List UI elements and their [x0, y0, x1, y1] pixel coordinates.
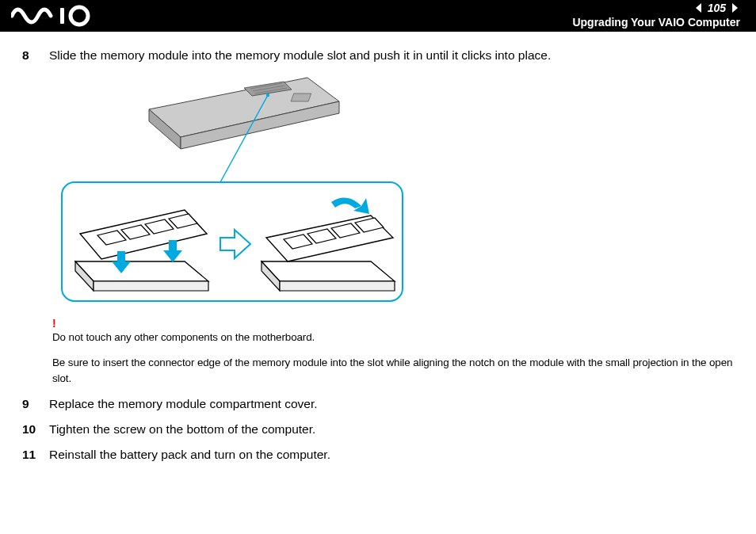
vaio-logo-icon: [11, 5, 98, 30]
step-text: Replace the memory module compartment co…: [49, 395, 318, 414]
step-text: Reinstall the battery pack and turn on t…: [49, 445, 330, 464]
warning-block: ! Do not touch any other components on t…: [52, 317, 734, 387]
memory-install-illustration: [54, 71, 734, 312]
warning-text: Do not touch any other components on the…: [52, 330, 734, 345]
svg-rect-5: [291, 93, 311, 101]
step-8: 8 Slide the memory module into the memor…: [22, 46, 734, 65]
step-number: 11: [22, 445, 40, 464]
step-number: 10: [22, 420, 40, 439]
svg-rect-0: [60, 8, 64, 24]
warning-icon: !: [52, 317, 734, 330]
note-text: Be sure to insert the connector edge of …: [52, 355, 734, 387]
step-9: 9 Replace the memory module compartment …: [22, 395, 734, 414]
section-title: Upgrading Your VAIO Computer: [572, 16, 740, 29]
step-number: 8: [22, 46, 40, 65]
page-content: 8 Slide the memory module into the memor…: [0, 32, 756, 464]
page-header: 105 Upgrading Your VAIO Computer: [0, 0, 756, 32]
step-10: 10 Tighten the screw on the bottom of th…: [22, 420, 734, 439]
svg-point-1: [71, 7, 88, 25]
step-text: Tighten the screw on the bottom of the c…: [49, 420, 315, 439]
page-number: 105: [708, 2, 726, 14]
step-text: Slide the memory module into the memory …: [49, 46, 551, 65]
prev-page-arrow-icon[interactable]: [693, 2, 704, 13]
next-page-arrow-icon[interactable]: [729, 2, 740, 13]
step-number: 9: [22, 395, 40, 414]
page-navigation: 105: [693, 2, 740, 14]
step-11: 11 Reinstall the battery pack and turn o…: [22, 445, 734, 464]
right-arrow-icon: [220, 230, 250, 258]
svg-point-7: [266, 93, 269, 97]
